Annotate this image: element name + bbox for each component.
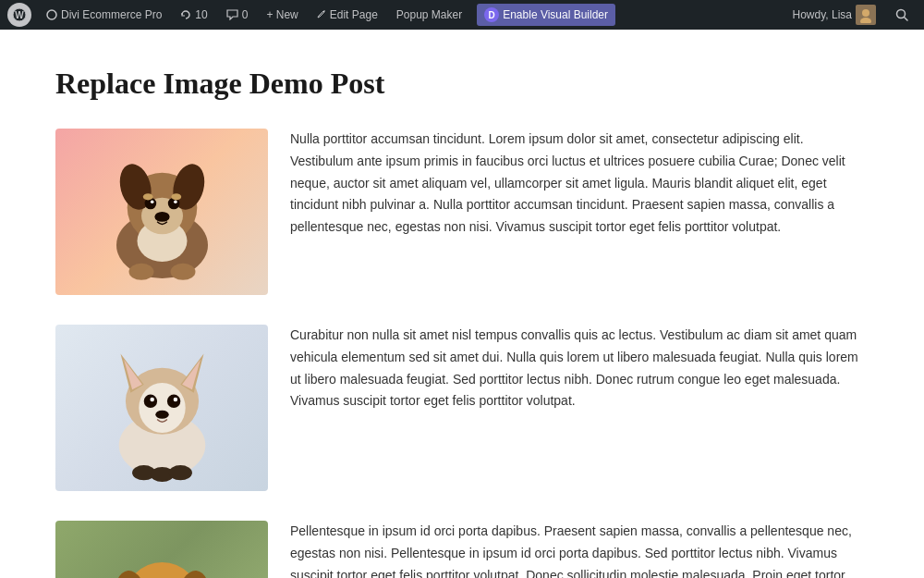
post-section-2: Curabitur non nulla sit amet nisl tempus… — [55, 325, 869, 491]
svg-point-19 — [171, 193, 181, 200]
svg-point-36 — [168, 465, 191, 480]
admin-bar: W Divi Ecommerce Pro 10 0 + New Edit Pag… — [0, 0, 924, 30]
svg-point-4 — [860, 18, 871, 23]
post-section-1: Nulla porttitor accumsan tincidunt. Lore… — [55, 129, 869, 295]
svg-point-2 — [47, 10, 56, 19]
svg-point-33 — [155, 411, 168, 419]
page-title: Replace Image Demo Post — [55, 67, 869, 101]
post-image-1 — [55, 129, 268, 295]
site-name[interactable]: Divi Ecommerce Pro — [39, 0, 169, 30]
post-text-2: Curabitur non nulla sit amet nisl tempus… — [290, 325, 869, 412]
divi-icon — [46, 9, 57, 20]
new-label: + New — [266, 8, 298, 21]
page-content: Replace Image Demo Post — [0, 30, 924, 578]
wp-logo[interactable]: W — [7, 3, 31, 27]
enable-vb-label: Enable Visual Builder — [503, 8, 608, 21]
revisions-icon — [180, 9, 191, 20]
svg-point-17 — [154, 212, 169, 222]
revisions-button[interactable]: 10 — [173, 0, 214, 30]
comments-button[interactable]: 0 — [219, 0, 256, 30]
svg-point-3 — [862, 9, 869, 17]
svg-point-21 — [170, 264, 195, 280]
svg-point-31 — [150, 398, 154, 402]
post-image-2 — [55, 325, 268, 491]
post-image-3 — [55, 521, 268, 578]
search-icon — [895, 8, 908, 21]
edit-page-button[interactable]: Edit Page — [310, 0, 385, 30]
enable-vb-button[interactable]: D Enable Visual Builder — [477, 4, 615, 26]
popup-maker-label: Popup Maker — [396, 8, 462, 21]
post-text-3: Pellentesque in ipsum id orci porta dapi… — [290, 521, 869, 578]
svg-point-30 — [166, 395, 179, 408]
comments-count: 0 — [242, 8, 249, 21]
edit-page-label: Edit Page — [330, 8, 378, 21]
edit-icon — [317, 10, 326, 19]
svg-point-20 — [128, 264, 153, 280]
divi-badge: D — [484, 7, 499, 22]
svg-point-16 — [174, 200, 177, 203]
site-name-label: Divi Ecommerce Pro — [61, 8, 162, 21]
howdy-label: Howdy, Lisa — [793, 8, 852, 21]
svg-point-15 — [150, 200, 153, 203]
svg-line-6 — [905, 18, 908, 21]
search-button[interactable] — [887, 0, 917, 30]
new-button[interactable]: + New — [259, 0, 305, 30]
revisions-count: 10 — [195, 8, 207, 21]
svg-point-18 — [142, 193, 152, 200]
svg-point-32 — [173, 398, 177, 402]
post-text-1: Nulla porttitor accumsan tincidunt. Lore… — [290, 129, 869, 239]
svg-text:W: W — [15, 10, 24, 20]
svg-point-24 — [139, 383, 185, 433]
svg-point-29 — [143, 395, 156, 408]
comments-icon — [226, 9, 238, 20]
user-avatar — [856, 5, 876, 25]
popup-maker-button[interactable]: Popup Maker — [389, 0, 469, 30]
howdy-menu[interactable]: Howdy, Lisa — [785, 0, 883, 30]
post-section-3: Pellentesque in ipsum id orci porta dapi… — [55, 521, 869, 578]
